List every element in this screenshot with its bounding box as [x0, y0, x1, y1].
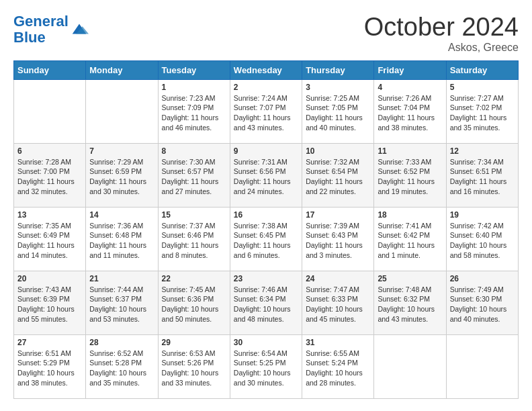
- calendar-week-4: 20Sunrise: 7:43 AM Sunset: 6:39 PM Dayli…: [14, 271, 519, 334]
- day-number: 8: [162, 146, 226, 156]
- day-info: Sunrise: 7:44 AM Sunset: 6:37 PM Dayligh…: [89, 285, 154, 324]
- day-info: Sunrise: 7:24 AM Sunset: 7:07 PM Dayligh…: [234, 93, 298, 133]
- day-info: Sunrise: 6:53 AM Sunset: 5:26 PM Dayligh…: [162, 349, 226, 388]
- day-info: Sunrise: 6:54 AM Sunset: 5:25 PM Dayligh…: [234, 349, 298, 388]
- day-number: 6: [17, 146, 82, 156]
- column-header-wednesday: Wednesday: [230, 60, 302, 79]
- day-info: Sunrise: 7:25 AM Sunset: 7:05 PM Dayligh…: [306, 93, 370, 133]
- day-info: Sunrise: 7:32 AM Sunset: 6:54 PM Dayligh…: [306, 157, 370, 197]
- day-info: Sunrise: 7:38 AM Sunset: 6:45 PM Dayligh…: [234, 221, 298, 261]
- day-info: Sunrise: 7:46 AM Sunset: 6:34 PM Dayligh…: [234, 285, 298, 324]
- day-number: 24: [306, 274, 370, 283]
- calendar-week-5: 27Sunrise: 6:51 AM Sunset: 5:29 PM Dayli…: [14, 334, 519, 398]
- calendar-cell: 24Sunrise: 7:47 AM Sunset: 6:33 PM Dayli…: [302, 271, 374, 334]
- logo: GeneralBlue: [13, 13, 89, 46]
- calendar-cell: 21Sunrise: 7:44 AM Sunset: 6:37 PM Dayli…: [86, 271, 158, 334]
- calendar-cell: 17Sunrise: 7:39 AM Sunset: 6:43 PM Dayli…: [302, 207, 374, 271]
- calendar-cell: 22Sunrise: 7:45 AM Sunset: 6:36 PM Dayli…: [158, 271, 230, 334]
- logo-icon: [70, 20, 89, 39]
- calendar-cell: 10Sunrise: 7:32 AM Sunset: 6:54 PM Dayli…: [302, 143, 374, 207]
- day-number: 7: [89, 146, 154, 156]
- column-header-sunday: Sunday: [14, 60, 86, 79]
- calendar-cell: [446, 334, 518, 398]
- day-number: 12: [450, 146, 515, 156]
- calendar-cell: 30Sunrise: 6:54 AM Sunset: 5:25 PM Dayli…: [230, 334, 302, 398]
- day-info: Sunrise: 7:48 AM Sunset: 6:32 PM Dayligh…: [378, 285, 442, 324]
- calendar-header-row: SundayMondayTuesdayWednesdayThursdayFrid…: [14, 60, 519, 79]
- calendar-cell: 18Sunrise: 7:41 AM Sunset: 6:42 PM Dayli…: [374, 207, 446, 271]
- calendar-cell: 14Sunrise: 7:36 AM Sunset: 6:48 PM Dayli…: [86, 207, 158, 271]
- day-number: 10: [306, 146, 370, 156]
- day-number: 9: [234, 146, 298, 156]
- day-info: Sunrise: 7:39 AM Sunset: 6:43 PM Dayligh…: [306, 221, 370, 261]
- day-number: 26: [450, 274, 515, 283]
- day-number: 14: [89, 210, 154, 220]
- calendar-cell: 16Sunrise: 7:38 AM Sunset: 6:45 PM Dayli…: [230, 207, 302, 271]
- day-number: 1: [162, 83, 226, 92]
- day-info: Sunrise: 7:30 AM Sunset: 6:57 PM Dayligh…: [162, 157, 226, 197]
- day-info: Sunrise: 7:49 AM Sunset: 6:30 PM Dayligh…: [450, 285, 515, 324]
- calendar-cell: 8Sunrise: 7:30 AM Sunset: 6:57 PM Daylig…: [158, 143, 230, 207]
- day-number: 13: [17, 210, 82, 220]
- day-info: Sunrise: 7:34 AM Sunset: 6:51 PM Dayligh…: [450, 157, 515, 197]
- day-info: Sunrise: 7:37 AM Sunset: 6:46 PM Dayligh…: [162, 221, 226, 261]
- column-header-thursday: Thursday: [302, 60, 374, 79]
- calendar-cell: 19Sunrise: 7:42 AM Sunset: 6:40 PM Dayli…: [446, 207, 518, 271]
- calendar-cell: 31Sunrise: 6:55 AM Sunset: 5:24 PM Dayli…: [302, 334, 374, 398]
- location: Askos, Greece: [364, 42, 519, 54]
- calendar-week-1: 1Sunrise: 7:23 AM Sunset: 7:09 PM Daylig…: [14, 79, 519, 143]
- day-number: 16: [234, 210, 298, 220]
- calendar-cell: 23Sunrise: 7:46 AM Sunset: 6:34 PM Dayli…: [230, 271, 302, 334]
- day-info: Sunrise: 7:27 AM Sunset: 7:02 PM Dayligh…: [450, 93, 515, 133]
- column-header-saturday: Saturday: [446, 60, 518, 79]
- day-info: Sunrise: 7:42 AM Sunset: 6:40 PM Dayligh…: [450, 221, 515, 261]
- calendar-cell: 26Sunrise: 7:49 AM Sunset: 6:30 PM Dayli…: [446, 271, 518, 334]
- calendar-cell: 2Sunrise: 7:24 AM Sunset: 7:07 PM Daylig…: [230, 79, 302, 143]
- column-header-tuesday: Tuesday: [158, 60, 230, 79]
- day-info: Sunrise: 7:23 AM Sunset: 7:09 PM Dayligh…: [162, 93, 226, 133]
- day-info: Sunrise: 7:45 AM Sunset: 6:36 PM Dayligh…: [162, 285, 226, 324]
- calendar-cell: 1Sunrise: 7:23 AM Sunset: 7:09 PM Daylig…: [158, 79, 230, 143]
- calendar-cell: 13Sunrise: 7:35 AM Sunset: 6:49 PM Dayli…: [14, 207, 86, 271]
- page-header: GeneralBlue October 2024 Askos, Greece: [13, 13, 519, 54]
- day-number: 18: [378, 210, 442, 220]
- day-number: 5: [450, 83, 515, 92]
- calendar-cell: 20Sunrise: 7:43 AM Sunset: 6:39 PM Dayli…: [14, 271, 86, 334]
- day-info: Sunrise: 6:52 AM Sunset: 5:28 PM Dayligh…: [89, 349, 154, 388]
- day-number: 11: [378, 146, 442, 156]
- day-number: 2: [234, 83, 298, 92]
- day-info: Sunrise: 7:26 AM Sunset: 7:04 PM Dayligh…: [378, 93, 442, 133]
- day-info: Sunrise: 6:55 AM Sunset: 5:24 PM Dayligh…: [306, 349, 370, 388]
- calendar-cell: 29Sunrise: 6:53 AM Sunset: 5:26 PM Dayli…: [158, 334, 230, 398]
- calendar-cell: [374, 334, 446, 398]
- day-number: 15: [162, 210, 226, 220]
- day-number: 28: [89, 338, 154, 347]
- calendar-cell: 12Sunrise: 7:34 AM Sunset: 6:51 PM Dayli…: [446, 143, 518, 207]
- day-number: 23: [234, 274, 298, 283]
- calendar-cell: 11Sunrise: 7:33 AM Sunset: 6:52 PM Dayli…: [374, 143, 446, 207]
- calendar-week-3: 13Sunrise: 7:35 AM Sunset: 6:49 PM Dayli…: [14, 207, 519, 271]
- calendar-cell: [14, 79, 86, 143]
- calendar-cell: 25Sunrise: 7:48 AM Sunset: 6:32 PM Dayli…: [374, 271, 446, 334]
- calendar-cell: 15Sunrise: 7:37 AM Sunset: 6:46 PM Dayli…: [158, 207, 230, 271]
- day-info: Sunrise: 7:29 AM Sunset: 6:59 PM Dayligh…: [89, 157, 154, 197]
- day-info: Sunrise: 7:35 AM Sunset: 6:49 PM Dayligh…: [17, 221, 82, 261]
- day-number: 25: [378, 274, 442, 283]
- day-info: Sunrise: 7:41 AM Sunset: 6:42 PM Dayligh…: [378, 221, 442, 261]
- column-header-monday: Monday: [86, 60, 158, 79]
- calendar-cell: 6Sunrise: 7:28 AM Sunset: 7:00 PM Daylig…: [14, 143, 86, 207]
- day-info: Sunrise: 6:51 AM Sunset: 5:29 PM Dayligh…: [17, 349, 82, 388]
- day-info: Sunrise: 7:31 AM Sunset: 6:56 PM Dayligh…: [234, 157, 298, 197]
- calendar-cell: 28Sunrise: 6:52 AM Sunset: 5:28 PM Dayli…: [86, 334, 158, 398]
- day-number: 20: [17, 274, 82, 283]
- day-number: 27: [17, 338, 82, 347]
- logo-text: GeneralBlue: [13, 13, 69, 46]
- day-info: Sunrise: 7:43 AM Sunset: 6:39 PM Dayligh…: [17, 285, 82, 324]
- day-number: 19: [450, 210, 515, 220]
- calendar-body: 1Sunrise: 7:23 AM Sunset: 7:09 PM Daylig…: [14, 79, 519, 398]
- calendar-table: SundayMondayTuesdayWednesdayThursdayFrid…: [13, 60, 519, 399]
- title-block: October 2024 Askos, Greece: [364, 13, 519, 54]
- day-number: 30: [234, 338, 298, 347]
- day-info: Sunrise: 7:47 AM Sunset: 6:33 PM Dayligh…: [306, 285, 370, 324]
- day-info: Sunrise: 7:36 AM Sunset: 6:48 PM Dayligh…: [89, 221, 154, 261]
